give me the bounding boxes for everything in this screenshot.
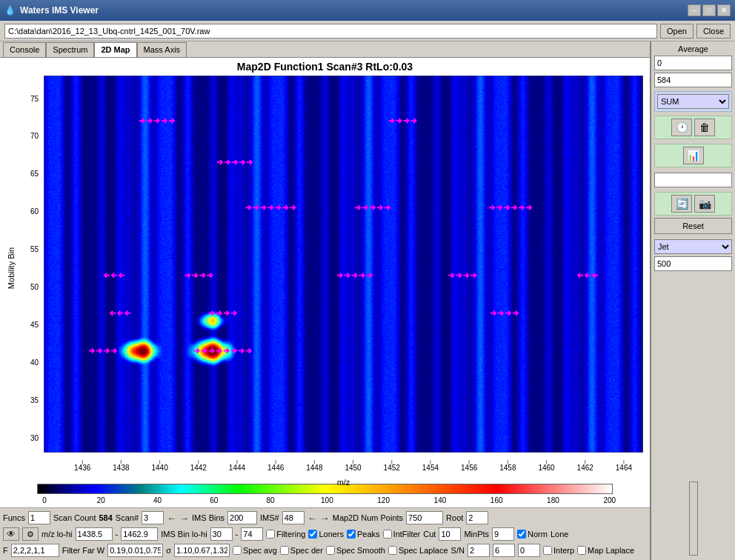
status-row-2: 👁 ⚙ m/z lo-hi - IMS Bin lo-hi - Filterin… — [3, 526, 647, 542]
sum-dropdown[interactable]: SUM AVG MAX — [657, 94, 729, 109]
loners-checkbox[interactable] — [308, 530, 317, 539]
spec-smooth-checkbox[interactable] — [326, 546, 335, 555]
status-row-3: F Filter Far W σ Spec avg Spec der Spec … — [3, 542, 647, 559]
intfilter-checkbox[interactable] — [383, 530, 392, 539]
spec-der-label: Spec der — [290, 546, 323, 555]
average-input-2[interactable] — [654, 73, 732, 87]
filter-far-input[interactable] — [107, 544, 163, 557]
tab-2dmap[interactable]: 2D Map — [94, 42, 136, 57]
bottom-status-bar: Funcs Scan Count 584 Scan# ← → IMS Bins … — [0, 507, 650, 560]
scan-label: Scan# — [116, 513, 139, 522]
spec-smooth-label: Spec Smooth — [336, 546, 385, 555]
clock-icon-button[interactable]: 🕐 — [671, 119, 692, 136]
sn-input-1[interactable] — [468, 544, 490, 557]
spec-avg-group: Spec avg — [233, 546, 277, 555]
sigma-input[interactable] — [174, 544, 230, 557]
norm-checkbox[interactable] — [517, 530, 526, 539]
peaks-checkbox[interactable] — [347, 530, 356, 539]
settings-button[interactable]: ⚙ — [22, 527, 39, 541]
minimize-button[interactable]: ─ — [688, 4, 701, 16]
eye-button[interactable]: 👁 — [3, 527, 19, 541]
map-laplace-group: Map Laplace — [577, 546, 634, 555]
peaks-group: Peaks — [347, 530, 380, 539]
right-scrollbar[interactable] — [689, 481, 698, 556]
title-bar: 💧 Waters IMS Viewer ─ □ ✕ — [0, 0, 735, 21]
ims-prev-arrow[interactable]: ← — [307, 513, 317, 524]
x-axis-area: m/z — [0, 460, 650, 482]
average-input-1[interactable] — [654, 56, 732, 70]
spec-laplace-checkbox[interactable] — [388, 546, 397, 555]
ims-input[interactable] — [282, 511, 305, 524]
spec-smooth-group: Spec Smooth — [326, 546, 385, 555]
trash-icon-button[interactable]: 🗑 — [694, 119, 715, 136]
left-panel: Console Spectrum 2D Map Mass Axis Map2D … — [0, 41, 650, 560]
mz-lo-input[interactable] — [76, 527, 113, 541]
ims-bin-dash: - — [236, 530, 239, 539]
ims-label: IMS# — [260, 513, 279, 522]
chart-title: Map2D Function1 Scan#3 RtLo:0.03 — [0, 58, 650, 76]
icon-section-1: 🕐 🗑 — [654, 116, 732, 139]
colormap-value-input[interactable] — [654, 256, 732, 271]
map-canvas[interactable] — [44, 76, 643, 453]
filter-far-label: Filter Far W — [62, 546, 104, 555]
ims-bin-label: IMS Bin lo-hi — [161, 530, 207, 539]
root-label: Root — [446, 513, 463, 522]
funcs-label: Funcs — [3, 513, 25, 522]
minpts-input[interactable] — [492, 527, 514, 541]
ims-bin-hi-input[interactable] — [241, 527, 263, 541]
colorbar-labels — [37, 494, 650, 504]
ims-bins-input[interactable] — [227, 511, 257, 524]
open-button[interactable]: Open — [660, 24, 694, 39]
scan-prev-arrow[interactable]: ← — [167, 513, 176, 524]
scan-next-arrow[interactable]: → — [179, 513, 189, 524]
tab-massaxis[interactable]: Mass Axis — [137, 42, 187, 57]
map2d-input[interactable] — [406, 511, 443, 524]
scan-input[interactable] — [142, 511, 164, 524]
mz-dash: - — [116, 530, 119, 539]
interp-group: Interp — [543, 546, 574, 555]
interp-checkbox[interactable] — [543, 546, 552, 555]
mz-hi-input[interactable] — [121, 527, 158, 541]
ims-next-arrow[interactable]: → — [320, 513, 330, 524]
norm-group: Norm — [517, 530, 548, 539]
funcs-input[interactable] — [28, 511, 50, 524]
tab-spectrum[interactable]: Spectrum — [46, 42, 94, 57]
map-laplace-label: Map Laplace — [588, 546, 634, 555]
close-button[interactable]: ✕ — [717, 4, 731, 16]
filtering-checkbox[interactable] — [266, 530, 275, 539]
colormap-dropdown[interactable]: Jet Hot Gray — [654, 239, 732, 254]
chart-area: Map2D Function1 Scan#3 RtLo:0.03 Mobilit… — [0, 58, 650, 507]
right-text-input[interactable] — [654, 173, 732, 187]
tab-console[interactable]: Console — [3, 42, 46, 57]
root-input[interactable] — [466, 511, 488, 524]
close-file-button[interactable]: Close — [696, 24, 731, 39]
map-laplace-checkbox[interactable] — [577, 546, 586, 555]
spec-avg-checkbox[interactable] — [233, 546, 242, 555]
tab-bar: Console Spectrum 2D Map Mass Axis — [0, 41, 650, 58]
maximize-button[interactable]: □ — [702, 4, 716, 16]
average-label: Average — [654, 44, 732, 53]
ims-bin-lo-input[interactable] — [210, 527, 233, 541]
scan-count-value: 584 — [99, 513, 112, 522]
norm-label: Norm — [528, 530, 548, 539]
app-title: Waters IMS Viewer — [20, 5, 99, 16]
plot-wrapper: Mobility Bin — [3, 76, 647, 460]
status-row-1: Funcs Scan Count 584 Scan# ← → IMS Bins … — [3, 510, 647, 526]
sn-input-3[interactable] — [518, 544, 540, 557]
file-path-input[interactable] — [4, 24, 657, 39]
cut-input[interactable] — [439, 527, 461, 541]
spec-der-checkbox[interactable] — [280, 546, 289, 555]
camera-icon-button[interactable]: 📷 — [694, 195, 715, 213]
map2d-label: Map2D Num Points — [333, 513, 403, 522]
refresh-icon-button[interactable]: 🔄 — [671, 195, 692, 213]
cut-label: Cut — [423, 530, 436, 539]
lone-label: Lone — [551, 530, 568, 539]
intfilter-label: IntFilter — [393, 530, 421, 539]
reset-button[interactable]: Reset — [654, 218, 732, 234]
chart-icon-button[interactable]: 📊 — [683, 147, 704, 164]
sn-input-2[interactable] — [493, 544, 515, 557]
sum-section: SUM AVG MAX — [654, 91, 732, 112]
minpts-label: MinPts — [464, 530, 489, 539]
f-input[interactable] — [11, 544, 59, 557]
peaks-label: Peaks — [357, 530, 380, 539]
